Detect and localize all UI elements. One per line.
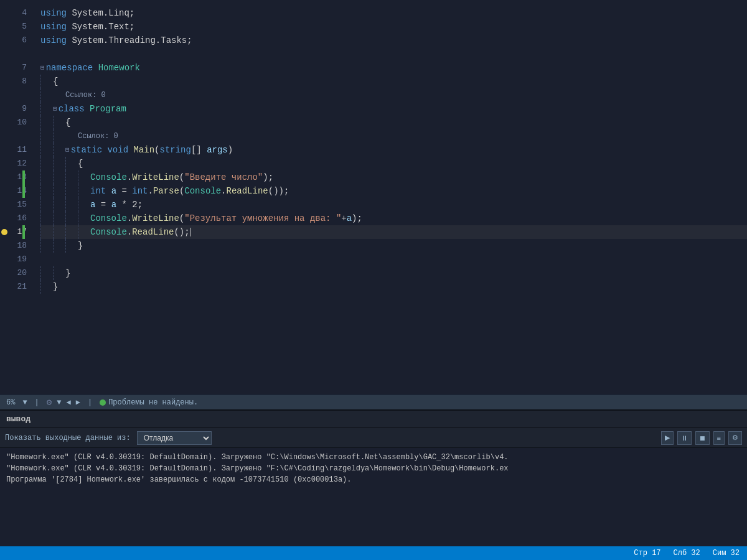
filter-icon: ⚙ <box>47 397 52 408</box>
code-line-16: Console . WriteLine ( "Результат умножен… <box>40 212 747 225</box>
status-ok-dot <box>100 399 106 406</box>
code-line-8-brace: { <box>40 75 747 88</box>
code-container: 4 5 6 7 8 9 10 11 12 13 14 15 16 <box>0 0 747 394</box>
console-writeline2: Console <box>90 212 127 225</box>
status-separator: | <box>35 398 39 407</box>
code-line-9: ⊟ class Program <box>40 102 747 116</box>
line-num-5: 5 <box>0 20 27 34</box>
var-a-assign: a <box>90 198 95 212</box>
code-line-4: using System.Linq; <box>40 6 747 20</box>
code-line-7: ⊟ namespace Homework <box>40 61 747 75</box>
class-name: Program <box>85 102 126 116</box>
line-num-8ref <box>0 88 27 102</box>
line-num-10ref <box>0 129 27 143</box>
code-line-15: a = a * 2; <box>40 198 747 212</box>
output-btn-5[interactable]: ⚙ <box>728 431 742 445</box>
code-line-14: int a = int . Parse ( Console . ReadLine… <box>40 184 747 198</box>
line-num-13: 13 <box>0 170 27 184</box>
line-num-15: 15 <box>0 198 27 212</box>
output-line-3: Программа '[2784] Homework.exe' завершил… <box>6 474 741 485</box>
code-lines: using System.Linq; using System.Text; us… <box>34 5 747 394</box>
class-keyword: class <box>59 102 85 116</box>
namespace-name: Homework <box>93 61 140 75</box>
line-num-9: 9 <box>0 102 27 116</box>
ref-count-method: Ссылок: 0 <box>78 129 118 143</box>
line-num-6: 6 <box>0 34 27 47</box>
code-line-blank1 <box>40 47 747 61</box>
code-line-10-brace: { <box>40 116 747 129</box>
line-num-20: 20 <box>0 266 27 280</box>
int-keyword-1: int <box>90 184 106 198</box>
main-params: ( <box>154 143 159 157</box>
line-num-12: 12 <box>0 157 27 170</box>
nav-right: ▶ <box>76 398 80 407</box>
console-readline: Console <box>90 225 127 239</box>
line-num-7: 7 <box>0 61 27 75</box>
output-line-1: "Homework.exe" (CLR v4.0.30319: DefaultD… <box>6 452 741 463</box>
line-num-19: 19 <box>0 253 27 266</box>
output-panel: вывод Показать выходные данные из: Отлад… <box>0 409 747 546</box>
line-num-14: 14 <box>0 184 27 198</box>
args-param: args <box>207 143 228 157</box>
code-editor: 4 5 6 7 8 9 10 11 12 13 14 15 16 <box>0 0 747 409</box>
bottom-status-bar: Стр 17 Слб 32 Сим 32 <box>0 546 747 560</box>
output-line-2: "Homework.exe" (CLR v4.0.30319: DefaultD… <box>6 463 741 474</box>
output-btn-4[interactable]: ≡ <box>713 431 725 445</box>
line-num-8: 8 <box>0 75 27 88</box>
code-line-5: using System.Text; <box>40 20 747 34</box>
zoom-level: 6% <box>6 398 15 407</box>
code-line-ref2: Ссылок: 0 <box>40 129 747 143</box>
cursor-col: Слб 32 <box>674 549 700 558</box>
code-line-20: } <box>40 266 747 280</box>
filter-arrow: ▼ <box>57 398 61 407</box>
line-num-11: 11 <box>0 143 27 157</box>
line-num-blank <box>0 47 27 61</box>
output-source-select[interactable]: Отладка <box>137 431 212 445</box>
string-keyword: string <box>159 143 190 157</box>
output-header: вывод <box>0 411 747 428</box>
main-method: Main <box>128 143 154 157</box>
cursor-row: Стр 17 <box>634 549 660 558</box>
line-num-10: 10 <box>0 116 27 129</box>
code-line-19 <box>40 253 747 266</box>
void-keyword: void <box>102 143 128 157</box>
code-line-6: using System.Threading.Tasks; <box>40 34 747 47</box>
nav-left: ◀ <box>66 398 70 407</box>
namespace-keyword: namespace <box>46 61 93 75</box>
output-btn-3[interactable]: ⏹ <box>695 431 710 445</box>
code-line-12: { <box>40 157 747 170</box>
line-num-4: 4 <box>0 6 27 20</box>
line-num-17: 17 <box>0 225 27 239</box>
output-btn-2[interactable]: ⏸ <box>677 431 692 445</box>
code-line-11: ⊟ static void Main ( string [] args ) <box>40 143 747 157</box>
console-writeline1: Console <box>90 170 127 184</box>
output-btn-1[interactable]: ▶ <box>661 431 674 445</box>
line-num-18: 18 <box>0 239 27 253</box>
status-ok-text: Проблемы не найдены. <box>108 398 198 407</box>
output-title: вывод <box>6 414 31 424</box>
editor-status-bar: 6% ▼ | ⚙ ▼ ◀ ▶ | Проблемы не найдены. <box>0 394 747 409</box>
line-num-16: 16 <box>0 212 27 225</box>
output-toolbar: Показать выходные данные из: Отладка ▶ ⏸… <box>0 428 747 448</box>
zoom-arrow: ▼ <box>22 398 27 407</box>
code-line-21: } <box>40 280 747 294</box>
code-line-17: Console . ReadLine (); <box>40 225 747 239</box>
code-line-ref1: Ссылок: 0 <box>40 88 747 102</box>
cursor-char: Сим 32 <box>713 549 740 558</box>
output-source-label: Показать выходные данные из: <box>5 434 131 442</box>
ref-count-class: Ссылок: 0 <box>65 88 106 102</box>
code-line-18: } <box>40 239 747 253</box>
line-numbers: 4 5 6 7 8 9 10 11 12 13 14 15 16 <box>0 5 34 394</box>
code-line-13: Console . WriteLine ( "Введите число" ); <box>40 170 747 184</box>
static-keyword: static <box>71 143 102 157</box>
output-content: "Homework.exe" (CLR v4.0.30319: DefaultD… <box>0 448 747 546</box>
line-num-21: 21 <box>0 280 27 294</box>
status-ok-container: Проблемы не найдены. <box>100 398 198 407</box>
status-separator2: | <box>88 398 92 407</box>
